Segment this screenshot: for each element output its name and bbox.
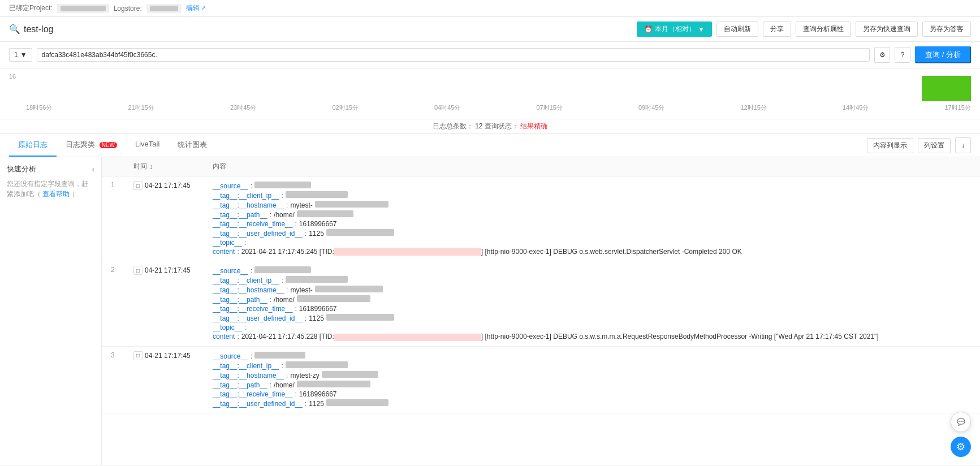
log-field: __topic__ : [213,323,971,332]
auto-refresh-button[interactable]: 自动刷新 [716,21,758,37]
chart-x-label-5: 07时15分 [537,103,563,112]
log-content-1: __source__ : __tag__:__client_ip__ : __t… [213,181,971,256]
edit-button[interactable]: 编辑 ↗ [186,3,206,13]
sidebar-title: 快速分析 ‹ [7,164,94,174]
expand-icon-1[interactable]: □ [133,181,143,190]
tab-log-cluster[interactable]: 日志聚类 NEW [57,134,126,157]
chat-icon: 💬 [957,418,965,426]
query-status-value: 结果精确 [520,122,547,130]
log-time-2: □ 04-21 17:17:45 [133,266,213,275]
col-time: 时间 ↕ [133,162,213,171]
log-field: __tag__:__path__ : /home/ [213,210,971,219]
query-input[interactable] [37,48,870,62]
chart-bar-9[interactable] [922,76,971,101]
chart-x-label-7: 12时15分 [741,103,767,112]
log-num-3: 3 [111,351,133,359]
chevron-down-icon: ▼ [698,25,705,33]
chart-container: 18时56分 21时15分 23时45分 02时15分 04时45分 07时15… [26,73,971,113]
chart-x-label-4: 04时45分 [434,103,460,112]
chevron-down-icon: ▼ [20,51,27,59]
log-row-header-2: 2 □ 04-21 17:17:45 __source__ : __tag__:… [102,261,980,346]
log-num-1: 1 [111,181,133,189]
query-actions: ⚙ ? [874,47,910,63]
chart-x-label-9: 17时15分 [945,103,971,112]
project-label: 已绑定Project: [9,3,53,13]
chart-y-max: 16 [9,73,16,80]
table-row: 1 □ 04-21 17:17:45 __source__ : __tag__:… [102,176,980,261]
logstore-label: Logstore: [114,5,142,12]
main-content: 快速分析 ‹ 您还没有指定字段查询，赶紧添加吧（ 查看帮助 ） 时间 ↕ 内容 … [0,157,980,465]
log-field: __tag__:__hostname__ : mytest-zy [213,370,971,380]
sidebar-collapse-button[interactable]: ‹ [92,165,94,174]
log-field: __tag__:__hostname__ : mytest- [213,200,971,210]
chart-x-label-2: 23时45分 [230,103,256,112]
search-icon: 🔍 [9,24,20,34]
log-field: __source__ : [213,351,971,361]
tab-live-tail[interactable]: LiveTail [126,134,169,157]
query-attr-button[interactable]: 查询分析属性 [796,21,851,37]
project-value [57,4,109,13]
tab-stats-chart[interactable]: 统计图表 [169,134,216,157]
tab-list: 原始日志 日志聚类 NEW LiveTail 统计图表 [9,134,216,157]
log-field: __topic__ : [213,238,971,247]
expand-icon-2[interactable]: □ [133,266,143,275]
column-settings-button[interactable]: 列设置 [918,138,951,153]
table-row: 3 □ 04-21 17:17:45 __source__ : __tag__:… [102,347,980,413]
help-button[interactable]: ? [895,47,910,63]
log-field: __tag__:__receive_time__ : 1618996667 [213,219,971,228]
tab-raw-logs[interactable]: 原始日志 [9,134,57,157]
chart-bars [26,73,971,101]
page-title: 🔍 test-log [9,24,53,34]
sidebar-help-link[interactable]: 查看帮助 [42,190,70,198]
sort-icon[interactable]: ↕ [149,163,153,171]
chat-float-button[interactable]: 💬 [951,412,971,432]
log-field: __tag__:__user_defined_id__ : 1125 [213,313,971,323]
content-display-button[interactable]: 内容列显示 [867,138,913,153]
chart-x-label-8: 14时45分 [843,103,869,112]
time-range-button[interactable]: ⏰ 本月（相对） ▼ [637,21,712,37]
export-button[interactable]: ↓ [955,137,971,153]
log-field: __tag__:__receive_time__ : 1618996667 [213,304,971,313]
total-label: 日志总条数： [433,122,473,130]
settings-float-button[interactable]: ⚙ [951,437,971,457]
external-link-icon: ↗ [201,5,206,12]
log-field: __tag__:__hostname__ : mytest- [213,285,971,295]
logstore-value [146,4,182,13]
query-status-label: 查询状态： [485,122,519,130]
log-field: __tag__:__receive_time__ : 1618996667 [213,390,971,399]
log-field: __tag__:__path__ : /home/ [213,380,971,390]
log-time-3: □ 04-21 17:17:45 [133,351,213,360]
log-field-content: content : 2021-04-21 17:17:45.228 [TID:]… [213,332,971,341]
total-count: 12 [475,122,482,130]
col-content: 内容 [213,162,971,171]
log-field: __tag__:__path__ : /home/ [213,295,971,304]
table-row: 2 □ 04-21 17:17:45 __source__ : __tag__:… [102,261,980,346]
save-dashboard-button[interactable]: 另存为答客 [922,21,971,37]
table-header: 时间 ↕ 内容 [102,157,980,176]
analyze-button[interactable]: 查询 / 分析 [915,46,971,63]
save-quick-button[interactable]: 另存为快速查询 [856,21,918,37]
log-field-content: content : 2021-04-21 17:17:45.245 [TID:]… [213,247,971,256]
log-field: __source__ : [213,181,971,191]
query-dropdown[interactable]: 1 ▼ [9,48,32,62]
tabs-bar: 原始日志 日志聚类 NEW LiveTail 统计图表 内容列显示 列设置 ↓ [0,134,980,157]
chart-status: 日志总条数： 12 查询状态： 结果精确 [0,119,980,134]
log-field: __tag__:__client_ip__ : [213,361,971,370]
settings-button[interactable]: ⚙ [874,47,890,63]
log-field: __tag__:__client_ip__ : [213,191,971,200]
log-num-2: 2 [111,266,133,274]
header: 🔍 test-log ⏰ 本月（相对） ▼ 自动刷新 分享 查询分析属性 另存为… [0,17,980,42]
share-button[interactable]: 分享 [763,21,791,37]
log-row-header-1: 1 □ 04-21 17:17:45 __source__ : __tag__:… [102,176,980,261]
expand-icon-3[interactable]: □ [133,351,143,360]
log-field: __tag__:__client_ip__ : [213,275,971,285]
log-content-3: __source__ : __tag__:__client_ip__ : __t… [213,351,971,408]
header-actions: ⏰ 本月（相对） ▼ 自动刷新 分享 查询分析属性 另存为快速查询 另存为答客 [637,21,971,37]
sidebar: 快速分析 ‹ 您还没有指定字段查询，赶紧添加吧（ 查看帮助 ） [0,157,102,465]
col-num [111,162,133,171]
settings-icon: ⚙ [956,441,965,453]
log-row-header-3: 3 □ 04-21 17:17:45 __source__ : __tag__:… [102,347,980,413]
clock-icon: ⏰ [644,25,653,33]
chart-area: 16 18时56分 21时15分 23时45分 02时15分 04时45分 07… [0,68,980,119]
chart-x-labels: 18时56分 21时15分 23时45分 02时15分 04时45分 07时15… [26,103,971,112]
